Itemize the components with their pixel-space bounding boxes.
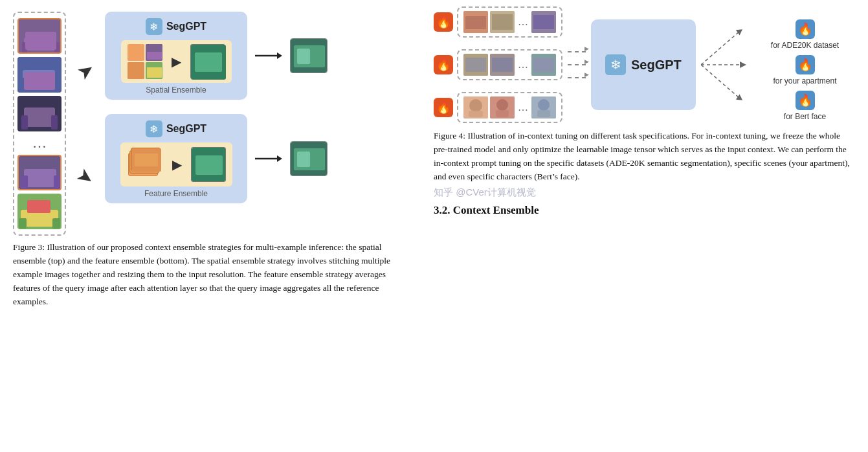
svg-rect-14 [24, 169, 56, 187]
strip-thumb-2-1 [463, 54, 488, 76]
svg-rect-0 [19, 19, 61, 54]
strip-thumb-3-1 [463, 96, 488, 119]
svg-rect-37 [195, 155, 223, 175]
image-strip-2: … [457, 49, 562, 80]
output-entry-2: 🔥 for your apartment [771, 55, 839, 85]
svg-rect-15 [21, 175, 28, 190]
strip-thumb-1-1 [463, 11, 488, 33]
feature-output-thumb [290, 141, 328, 176]
dots-label: … [32, 136, 47, 150]
spatial-block-title: SegGPT [166, 21, 206, 32]
spatial-ensemble-block: ❄ SegGPT [105, 12, 247, 100]
feature-ensemble-row: ❄ SegGPT ▶ [105, 114, 408, 203]
output-label-3: for Bert face [784, 112, 826, 121]
seggpt-snowflake-icon: ❄ [605, 54, 626, 75]
examples-column: … [13, 12, 66, 236]
svg-line-64 [701, 31, 740, 65]
spatial-output-thumb [290, 38, 328, 73]
arrows-middle: ➤ ➤ [66, 12, 105, 236]
figure3-diagram: … ➤ ➤ [13, 12, 408, 236]
output-entry-3: 🔥 for Bert face [771, 91, 839, 121]
feature-block-title: SegGPT [166, 123, 206, 135]
svg-rect-6 [23, 70, 55, 88]
svg-rect-33 [297, 49, 310, 64]
svg-rect-23 [147, 52, 162, 60]
output-fire-icon-1: 🔥 [796, 19, 815, 39]
svg-rect-44 [465, 16, 486, 29]
feature-content: ▶ [120, 142, 232, 186]
svg-rect-2 [27, 32, 55, 41]
dashed-arrow-to-seggpt-3 [568, 77, 586, 78]
strip-dots-3: … [518, 102, 528, 113]
svg-rect-63 [537, 110, 550, 117]
svg-rect-46 [492, 14, 513, 30]
strip-dots-2: … [518, 59, 528, 71]
fire-icon-1: 🔥 [434, 12, 453, 32]
svg-rect-21 [52, 218, 60, 229]
snowflake-icon-1: ❄ [146, 18, 162, 35]
fire-icon-2: 🔥 [434, 55, 453, 74]
strip-thumb-1-3 [531, 11, 556, 33]
svg-rect-28 [195, 52, 222, 72]
strip-thumb-1-2 [490, 11, 515, 33]
section-heading: 3.2. Context Ensemble [434, 204, 855, 217]
feature-output-arrow [255, 152, 282, 165]
svg-rect-35 [135, 153, 158, 166]
outputs-col: 🔥 for ADE20K dataset 🔥 for your apartmen… [771, 19, 839, 110]
spatial-title-row: ❄ SegGPT [146, 18, 206, 35]
feature-title-row: ❄ SegGPT [146, 120, 206, 137]
svg-rect-48 [533, 15, 554, 29]
dashed-arrow-to-seggpt-1 [568, 51, 586, 52]
svg-marker-39 [277, 155, 282, 162]
svg-marker-67 [740, 62, 746, 68]
output-fire-icon-2: 🔥 [796, 55, 815, 74]
svg-marker-30 [277, 52, 282, 59]
strip-thumb-3-3 [531, 96, 556, 119]
svg-rect-24 [128, 62, 144, 79]
connector-svg [701, 19, 766, 110]
example-thumb-2 [17, 57, 61, 93]
strip-thumb-3-2 [490, 96, 515, 119]
figure3-caption: Figure 3: Illustration of our proposed c… [13, 241, 408, 309]
image-strip-1: … [457, 6, 562, 38]
svg-rect-11 [21, 115, 28, 130]
svg-rect-3 [22, 42, 27, 54]
arrow-up-right-icon: ➤ [72, 57, 99, 85]
svg-rect-19 [27, 200, 50, 213]
output-fire-icon-3: 🔥 [796, 91, 815, 110]
strip-dots-1: … [518, 16, 528, 28]
svg-rect-4 [54, 42, 60, 54]
svg-rect-8 [52, 78, 59, 91]
output-label-1: for ADE20K dataset [771, 41, 839, 50]
svg-rect-50 [465, 58, 486, 72]
task-row-1: 🔥 … [434, 6, 562, 38]
example-thumb-5 [17, 194, 61, 229]
dashed-arrow-to-seggpt-2 [568, 64, 586, 65]
output-entry-1: 🔥 for ADE20K dataset [771, 19, 839, 50]
output-arrows-area [701, 19, 766, 110]
example-thumb-4 [17, 155, 61, 190]
svg-point-59 [496, 99, 508, 111]
svg-rect-26 [147, 67, 162, 78]
fire-icon-3: 🔥 [434, 98, 453, 117]
spatial-output-arrow [255, 49, 282, 62]
svg-rect-42 [297, 152, 310, 167]
svg-rect-1 [24, 38, 56, 51]
snowflake-icon-2: ❄ [146, 120, 162, 137]
right-panel: 🔥 … [421, 0, 868, 452]
example-thumb-3 [17, 96, 61, 131]
seggpt-center-block: ❄ SegGPT [591, 19, 696, 110]
spatial-ensemble-row: ❄ SegGPT [105, 12, 408, 100]
watermark: 知乎 @CVer计算机视觉 [434, 186, 855, 199]
arrow-down-right-icon: ➤ [72, 163, 99, 190]
svg-rect-12 [51, 115, 58, 130]
example-thumb-1 [17, 18, 61, 54]
left-panel: … ➤ ➤ [0, 0, 421, 452]
feature-result-thumb [191, 147, 226, 182]
feature-label: Feature Ensemble [144, 189, 208, 198]
strip-thumb-2-3 [531, 54, 556, 76]
task-row-2: 🔥 … [434, 49, 562, 80]
strip-thumb-2-2 [490, 54, 515, 76]
svg-rect-54 [533, 58, 554, 72]
output-label-2: for your apartment [773, 76, 836, 85]
